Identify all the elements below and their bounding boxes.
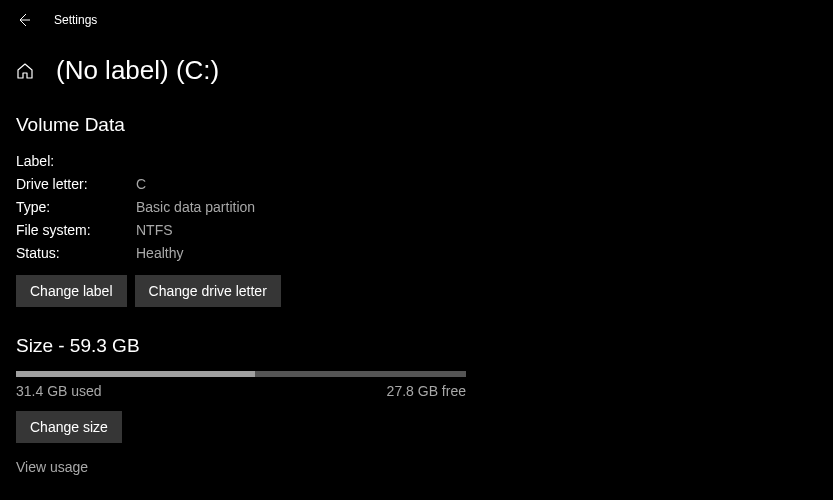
table-row: File system: NTFS: [16, 219, 833, 242]
window-title: Settings: [54, 13, 97, 27]
home-button[interactable]: [16, 62, 34, 80]
status-key: Status:: [16, 242, 136, 265]
change-drive-letter-button[interactable]: Change drive letter: [135, 275, 281, 307]
page-title: (No label) (C:): [56, 55, 219, 86]
file-system-key: File system:: [16, 219, 136, 242]
titlebar: Settings: [0, 0, 833, 40]
back-button[interactable]: [14, 10, 34, 30]
table-row: Status: Healthy: [16, 242, 833, 265]
table-row: Label:: [16, 150, 833, 173]
size-usage-bar-used: [16, 371, 255, 377]
view-usage-link[interactable]: View usage: [16, 459, 88, 475]
status-value: Healthy: [136, 242, 183, 265]
table-row: Drive letter: C: [16, 173, 833, 196]
file-system-value: NTFS: [136, 219, 173, 242]
drive-letter-value: C: [136, 173, 146, 196]
size-labels: 31.4 GB used 27.8 GB free: [16, 383, 466, 399]
change-label-button[interactable]: Change label: [16, 275, 127, 307]
type-key: Type:: [16, 196, 136, 219]
arrow-left-icon: [16, 12, 32, 28]
label-key: Label:: [16, 150, 136, 173]
size-used-label: 31.4 GB used: [16, 383, 102, 399]
table-row: Type: Basic data partition: [16, 196, 833, 219]
size-free-label: 27.8 GB free: [387, 383, 466, 399]
drive-letter-key: Drive letter:: [16, 173, 136, 196]
size-heading: Size - 59.3 GB: [16, 335, 833, 357]
change-size-button[interactable]: Change size: [16, 411, 122, 443]
home-icon: [16, 62, 34, 80]
page-title-row: (No label) (C:): [16, 55, 833, 86]
type-value: Basic data partition: [136, 196, 255, 219]
volume-properties-table: Label: Drive letter: C Type: Basic data …: [16, 150, 833, 265]
size-usage-bar: [16, 371, 466, 377]
volume-data-heading: Volume Data: [16, 114, 833, 136]
